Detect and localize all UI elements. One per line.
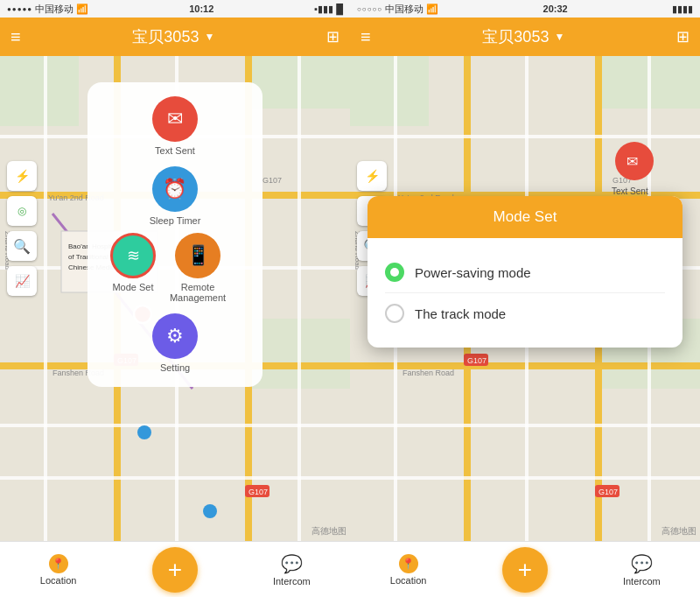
nav-location-left[interactable]: 📍 Location xyxy=(0,554,116,586)
wifi-icon-right: 📶 xyxy=(426,4,438,15)
svg-text:G107: G107 xyxy=(248,488,268,496)
bluetooth-btn[interactable]: ⚡ xyxy=(7,161,37,191)
remote-mgmt-icon: 📱 xyxy=(186,244,210,267)
setting-icon-circle: ⚙ xyxy=(152,313,198,359)
location-pin-right: 📍 xyxy=(402,558,415,570)
location-icon-right: 📍 xyxy=(399,554,418,573)
status-right-right: ▮▮▮▮ xyxy=(672,4,693,15)
menu-item-remote-mgmt[interactable]: 📱 Remote Management xyxy=(156,233,240,303)
svg-point-17 xyxy=(137,425,151,439)
map-area-left: Yu'an 2nd Road Fanshen Road Zhuhu Road G… xyxy=(0,56,350,541)
nav-intercom-right[interactable]: 💬 Intercom xyxy=(584,553,700,586)
location-label-left: Location xyxy=(40,575,77,586)
bottom-nav-left: 📍 Location + 💬 Intercom xyxy=(0,541,350,597)
menu-row-2: ≋ Mode Set 📱 Remote Management xyxy=(102,233,248,303)
add-button-left[interactable]: + xyxy=(152,547,198,593)
intercom-label-right: Intercom xyxy=(623,576,661,586)
radio-power-saving[interactable] xyxy=(385,263,404,282)
svg-text:G107: G107 xyxy=(467,356,486,365)
bottom-nav-right: 📍 Location + 💬 Intercom xyxy=(350,541,700,597)
mode-option-power-saving[interactable]: Power-saving mode xyxy=(385,252,665,292)
mode-set-label: Mode Set xyxy=(112,282,153,292)
setting-icon: ⚙ xyxy=(166,325,184,348)
svg-rect-15 xyxy=(298,56,301,541)
svg-text:✉: ✉ xyxy=(626,154,638,169)
menu-item-text-sent[interactable]: ✉ Text Sent xyxy=(152,96,198,156)
mode-dialog-title: Mode Set xyxy=(494,208,557,225)
header-title-left: 宝贝3053 ▼ xyxy=(132,26,214,47)
status-bar-left: ●●●●● 中国移动 📶 10:12 ▪▮▮▮ █ xyxy=(0,0,350,18)
location-icon-left: 📍 xyxy=(49,554,68,573)
bluetooth-btn-right[interactable]: ⚡ xyxy=(357,161,387,191)
signal-dots-right: ○○○○○ xyxy=(357,5,382,13)
mode-option-track[interactable]: The track mode xyxy=(385,292,665,334)
grid-icon-left[interactable]: ⊞ xyxy=(326,27,340,46)
nav-intercom-left[interactable]: 💬 Intercom xyxy=(234,553,350,586)
plus-icon-left: + xyxy=(168,556,182,584)
radio-track[interactable] xyxy=(385,304,404,323)
plus-icon-right: + xyxy=(518,556,532,584)
time-left: 10:12 xyxy=(189,4,214,14)
svg-text:Text Sent: Text Sent xyxy=(612,186,648,196)
map-watermark-right: 高德地图 xyxy=(662,525,696,537)
text-sent-label: Text Sent xyxy=(155,145,195,156)
mode-dialog: Mode Set Power-saving mode The track mod… xyxy=(368,196,682,348)
menu-item-setting[interactable]: ⚙ Setting xyxy=(152,313,198,373)
header-left: ≡ 宝贝3053 ▼ ⊞ xyxy=(0,18,350,56)
location-pin-left: 📍 xyxy=(52,558,65,570)
mode-set-icon: ≋ xyxy=(127,246,140,265)
sleep-timer-icon: ⏰ xyxy=(163,178,186,200)
search-btn[interactable]: 🔍 xyxy=(7,231,37,261)
mode-dialog-body: Power-saving mode The track mode xyxy=(368,238,682,348)
menu-icon-right[interactable]: ≡ xyxy=(360,27,371,47)
setting-label: Setting xyxy=(160,362,190,373)
dropdown-icon-right[interactable]: ▼ xyxy=(554,31,564,43)
nav-plus-right[interactable]: + xyxy=(466,547,583,593)
nav-location-right[interactable]: 📍 Location xyxy=(350,554,466,586)
map-watermark-left: 高德地图 xyxy=(312,525,346,537)
wifi-icon: 📶 xyxy=(76,4,88,15)
radio-inner-power-saving xyxy=(390,268,399,277)
sleep-timer-label: Sleep Timer xyxy=(150,215,201,226)
left-phone: ●●●●● 中国移动 📶 10:12 ▪▮▮▮ █ ≡ 宝贝3053 ▼ ⊞ xyxy=(0,0,350,597)
map-controls-left: ⚡ ◎ 🔍 📈 xyxy=(7,161,37,296)
right-phone: ○○○○○ 中国移动 📶 20:32 ▮▮▮▮ ≡ 宝贝3053 ▼ ⊞ xyxy=(350,0,700,597)
status-left-right: ○○○○○ 中国移动 📶 xyxy=(357,3,438,16)
carrier-right: 中国移动 xyxy=(385,3,424,16)
menu-icon-left[interactable]: ≡ xyxy=(10,27,21,47)
menu-item-mode-set[interactable]: ≋ Mode Set xyxy=(110,233,156,303)
mode-set-icon-circle: ≋ xyxy=(110,233,156,278)
radial-menu: ✉ Text Sent ⏰ Sleep Timer ≋ xyxy=(88,82,262,387)
dropdown-icon-left[interactable]: ▼ xyxy=(204,31,214,43)
carrier: 中国移动 xyxy=(35,3,74,16)
track-btn[interactable]: 📈 xyxy=(7,266,37,296)
header-right: ≡ 宝贝3053 ▼ ⊞ xyxy=(350,18,700,56)
chat-icon-left: 💬 xyxy=(281,553,303,574)
svg-text:Fanshen Road: Fanshen Road xyxy=(402,369,454,377)
track-mode-label: The track mode xyxy=(415,306,506,321)
svg-point-18 xyxy=(203,504,217,518)
battery-left: ▪▮▮▮ xyxy=(314,4,333,15)
chat-icon-right: 💬 xyxy=(631,553,653,574)
battery-right: ▮▮▮▮ xyxy=(672,4,693,15)
grid-icon-right[interactable]: ⊞ xyxy=(676,27,690,46)
menu-item-sleep-timer[interactable]: ⏰ Sleep Timer xyxy=(150,166,201,226)
remote-mgmt-label: Remote Management xyxy=(156,282,240,303)
status-left: ●●●●● 中国移动 📶 xyxy=(7,3,88,16)
signal-dots: ●●●●● xyxy=(7,5,32,13)
device-name-right: 宝贝3053 xyxy=(482,26,549,47)
add-button-right[interactable]: + xyxy=(502,547,548,593)
svg-rect-33 xyxy=(350,56,429,126)
header-title-right: 宝贝3053 ▼ xyxy=(482,26,564,47)
intercom-label-left: Intercom xyxy=(273,576,311,586)
device-name-left: 宝贝3053 xyxy=(132,26,199,47)
status-bar-right: ○○○○○ 中国移动 📶 20:32 ▮▮▮▮ xyxy=(350,0,700,18)
text-sent-icon: ✉ xyxy=(167,108,183,130)
nav-plus-left[interactable]: + xyxy=(116,547,233,593)
location-label-right: Location xyxy=(390,575,427,586)
gps-btn[interactable]: ◎ xyxy=(7,196,37,226)
map-area-right: Yu'an 2nd Road Fanshen Road Zhuhu Road G… xyxy=(350,56,700,541)
menu-row-1: ⏰ Sleep Timer xyxy=(102,166,248,226)
remote-mgmt-icon-circle: 📱 xyxy=(175,233,220,278)
svg-text:G107: G107 xyxy=(598,488,618,496)
